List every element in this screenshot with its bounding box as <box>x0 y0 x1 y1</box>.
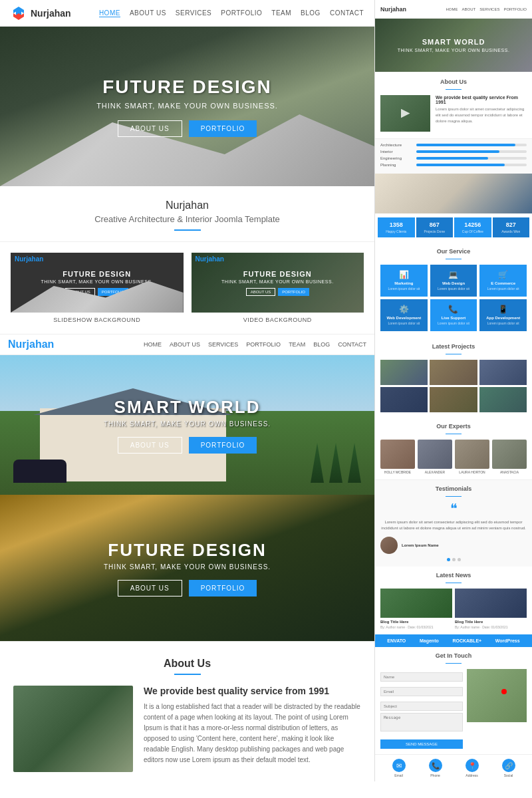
rp-logo: Nurjahan <box>380 6 406 13</box>
rp-service-3[interactable]: 🛒 E Commerce Lorem ipsum dolor sit <box>479 265 527 297</box>
preview-card-sub-1: THINK SMART, MAKE YOUR OWN BUSINESS. <box>41 279 153 284</box>
preview-label-1: SLIDESHOW BACKGROUND <box>11 317 184 323</box>
rp-service-2[interactable]: 💻 Web Design Lorem ipsum dolor sit <box>430 265 477 297</box>
intro-tagline: Creative Architecture & Interior Joomla … <box>11 214 364 224</box>
rp-counters: 1358 Happy Clients 867 Projects Done 142… <box>375 213 532 241</box>
rp-counter-label-2: Projects Done <box>418 229 452 233</box>
nav-services[interactable]: SERVICES <box>176 9 211 17</box>
rp-partner-1: ENVATO <box>387 638 406 643</box>
rp-map-pin <box>501 689 507 694</box>
rp-service-1[interactable]: 📊 Marketing Lorem ipsum dolor sit <box>380 265 428 297</box>
rp-dot-3[interactable] <box>458 558 461 561</box>
rp-projects-divider <box>446 354 462 354</box>
rp-about-video[interactable] <box>380 95 430 132</box>
rp-project-6[interactable] <box>479 387 527 412</box>
nav2-about[interactable]: ABOUT US <box>170 341 200 348</box>
rp-contact-form: SEND MESSAGE <box>380 669 463 749</box>
rp-footer-icon-1[interactable]: ✉ Email <box>392 759 406 777</box>
main-nav: Nurjahan HOME ABOUT US SERVICES PORTFOLI… <box>0 0 374 27</box>
rp-email-input[interactable] <box>380 687 463 696</box>
rp-about: About Us We provide best quality service… <box>375 72 532 138</box>
nav-home[interactable]: HOME <box>99 9 120 17</box>
rp-name-input[interactable] <box>380 672 463 682</box>
rp-dot-2[interactable] <box>452 558 456 561</box>
rp-project-2[interactable] <box>430 360 477 385</box>
nav-contact[interactable]: CONTACT <box>330 9 364 17</box>
nav2-logo[interactable]: Nurjahan <box>8 338 54 350</box>
rp-service-divider <box>446 259 462 259</box>
rp-dot-1[interactable] <box>447 558 450 561</box>
hero-btn-about-1[interactable]: ABOUT US <box>118 120 182 137</box>
rp-footer-icon-4[interactable]: 🔗 Social <box>502 759 515 777</box>
rp-nav: Nurjahan HOME ABOUT SERVICES PORTFOLIO <box>375 0 532 19</box>
rp-project-4[interactable] <box>380 387 428 412</box>
rp-counter-num-1: 1358 <box>379 221 414 228</box>
rp-service-name-5: Live Support <box>433 316 475 320</box>
nav2-services[interactable]: SERVICES <box>208 341 238 348</box>
rp-project-1[interactable] <box>380 360 428 385</box>
hero-btn-portfolio-1[interactable]: PORTFOLIO <box>189 120 257 137</box>
rp-news-meta-1: By: Author name · Date: 01/03/2021 <box>380 625 452 629</box>
rp-bar-1: Architecture <box>380 143 527 147</box>
hero2-btn-portfolio[interactable]: PORTFOLIO <box>189 437 257 454</box>
rp-hero-content: SMART WORLD THINK SMART, MAKE YOUR OWN B… <box>375 19 532 72</box>
rp-service-5[interactable]: 📞 Live Support Lorem ipsum dolor sit <box>430 299 477 331</box>
hero2-btn-about[interactable]: ABOUT US <box>118 437 182 454</box>
rp-expert-3: LAURA HORTON <box>455 440 489 474</box>
rp-submit-btn[interactable]: SEND MESSAGE <box>380 739 463 749</box>
rp-subject-input[interactable] <box>380 702 463 711</box>
nav2-team[interactable]: TEAM <box>289 341 305 348</box>
rp-bar-fill-3 <box>416 157 488 160</box>
nav-team[interactable]: TEAM <box>271 9 291 17</box>
nav2-portfolio[interactable]: PORTFOLIO <box>246 341 281 348</box>
nav2-contact[interactable]: CONTACT <box>338 341 366 348</box>
nav2-blog[interactable]: BLOG <box>313 341 330 348</box>
rp-message-input[interactable] <box>380 713 463 732</box>
hero3-btn-about[interactable]: ABOUT US <box>118 580 182 597</box>
rp-testimonial-text: Lorem ipsum dolor sit amet consectetur a… <box>380 519 527 531</box>
rp-footer-icon-2[interactable]: 📞 Phone <box>429 759 442 777</box>
rp-project-5[interactable] <box>430 387 477 412</box>
rp-email-icon: ✉ <box>392 759 406 772</box>
rp-play-icon <box>401 109 410 118</box>
rp-news-img-1[interactable] <box>380 589 452 618</box>
nav-portfolio[interactable]: PORTFOLIO <box>221 9 262 17</box>
rp-footer-label-1: Email <box>392 773 406 777</box>
rp-hero-sub: THINK SMART, MAKE YOUR OWN BUSINESS. <box>398 48 510 53</box>
nav-about[interactable]: ABOUT US <box>130 9 166 17</box>
about-divider <box>174 674 201 675</box>
rp-news-img-2[interactable] <box>455 589 527 618</box>
rp-nav-services: SERVICES <box>479 7 499 11</box>
hero3-btn-portfolio[interactable]: PORTFOLIO <box>189 580 257 597</box>
rp-testimonial-dots <box>380 558 527 561</box>
rp-footer-label-4: Social <box>502 773 515 777</box>
rp-service-desc-6: Lorem ipsum dolor sit <box>482 321 524 326</box>
hero2-subtitle: THINK SMART, MAKE YOUR OWN BUSINESS. <box>104 420 271 428</box>
about-paragraph: It is a long established fact that a rea… <box>144 702 361 765</box>
rp-service-desc-1: Lorem ipsum dolor sit <box>383 287 425 291</box>
rp-bar-2: Interior <box>380 150 527 154</box>
nav-blog[interactable]: BLOG <box>301 9 321 17</box>
hero-section-3: FUTURE DESIGN THINK SMART, MAKE YOUR OWN… <box>0 495 374 641</box>
rp-expert-name-2: ALEXANDER <box>418 470 452 474</box>
rp-service-6[interactable]: 📱 App Development Lorem ipsum dolor sit <box>479 299 527 331</box>
rp-bar-fill-2 <box>416 150 499 153</box>
preview-btn-portfolio-2[interactable]: PORTFOLIO <box>278 288 309 296</box>
rp-service-4[interactable]: ⚙️ Web Development Lorem ipsum dolor sit <box>380 299 428 331</box>
rp-experts-title: Our Experts <box>380 423 527 430</box>
preview-card-sub-2: THINK SMART, MAKE YOUR OWN BUSINESS. <box>221 279 334 284</box>
rp-bar-track-1 <box>416 144 527 146</box>
nav-logo[interactable]: Nurjahan <box>11 5 71 21</box>
nav2-home[interactable]: HOME <box>144 341 162 348</box>
nav2-links: HOME ABOUT US SERVICES PORTFOLIO TEAM BL… <box>144 341 366 348</box>
nav2: Nurjahan HOME ABOUT US SERVICES PORTFOLI… <box>0 334 374 355</box>
about-text: We provide best quality service from 199… <box>144 686 361 772</box>
rp-counter-label-1: Happy Clients <box>379 229 414 233</box>
intro-divider <box>174 229 201 231</box>
rp-footer-icon-3[interactable]: 📍 Address <box>466 759 479 777</box>
rp-project-3[interactable] <box>479 360 527 385</box>
preview-btn-about-2[interactable]: ABOUT US <box>246 288 276 296</box>
intro-section: Nurjahan Creative Architecture & Interio… <box>0 186 374 242</box>
about-heading: We provide best quality service from 199… <box>144 686 361 696</box>
rp-house-image <box>375 174 532 213</box>
